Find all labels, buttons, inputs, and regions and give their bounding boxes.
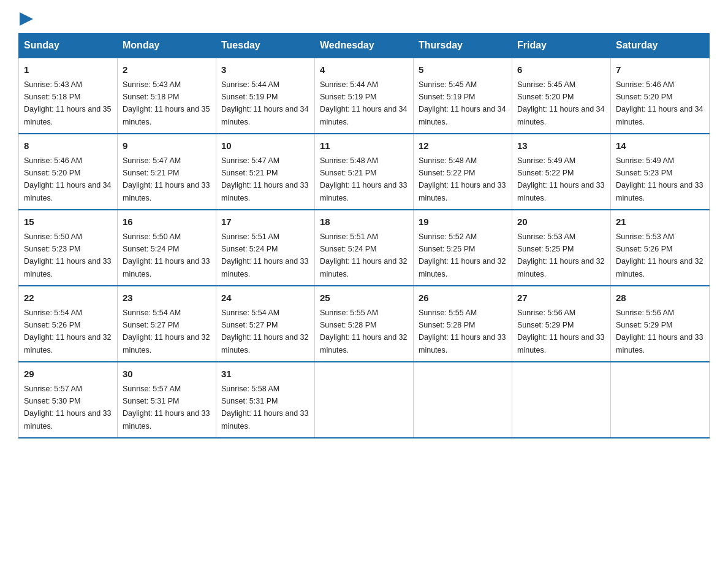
logo-triangle-icon <box>20 12 33 26</box>
calendar-cell: 3 Sunrise: 5:44 AMSunset: 5:19 PMDayligh… <box>216 58 315 134</box>
day-number: 16 <box>123 215 211 229</box>
day-info: Sunrise: 5:50 AMSunset: 5:23 PMDaylight:… <box>24 232 111 278</box>
day-number: 15 <box>24 215 112 229</box>
day-info: Sunrise: 5:56 AMSunset: 5:29 PMDaylight:… <box>517 308 604 354</box>
calendar-cell: 22 Sunrise: 5:54 AMSunset: 5:26 PMDaylig… <box>19 286 118 362</box>
calendar-cell <box>611 362 710 438</box>
day-number: 24 <box>221 291 309 305</box>
calendar-cell: 6 Sunrise: 5:45 AMSunset: 5:20 PMDayligh… <box>512 58 611 134</box>
day-number: 8 <box>24 139 112 153</box>
calendar-cell: 20 Sunrise: 5:53 AMSunset: 5:25 PMDaylig… <box>512 210 611 286</box>
col-header-friday: Friday <box>512 34 611 58</box>
col-header-monday: Monday <box>118 34 216 58</box>
calendar-cell: 17 Sunrise: 5:51 AMSunset: 5:24 PMDaylig… <box>216 210 315 286</box>
day-number: 12 <box>419 139 507 153</box>
day-number: 6 <box>517 63 605 77</box>
calendar-cell: 26 Sunrise: 5:55 AMSunset: 5:28 PMDaylig… <box>414 286 512 362</box>
day-info: Sunrise: 5:57 AMSunset: 5:30 PMDaylight:… <box>24 385 111 431</box>
page-header <box>18 12 710 22</box>
day-number: 1 <box>24 63 112 77</box>
day-number: 29 <box>24 367 112 381</box>
day-info: Sunrise: 5:50 AMSunset: 5:24 PMDaylight:… <box>123 232 210 278</box>
day-number: 30 <box>123 367 211 381</box>
day-number: 18 <box>320 215 408 229</box>
day-number: 28 <box>616 291 704 305</box>
day-info: Sunrise: 5:45 AMSunset: 5:19 PMDaylight:… <box>419 80 506 126</box>
calendar-cell <box>414 362 512 438</box>
calendar-cell: 15 Sunrise: 5:50 AMSunset: 5:23 PMDaylig… <box>19 210 118 286</box>
day-info: Sunrise: 5:57 AMSunset: 5:31 PMDaylight:… <box>123 385 210 431</box>
col-header-tuesday: Tuesday <box>216 34 315 58</box>
day-info: Sunrise: 5:43 AMSunset: 5:18 PMDaylight:… <box>24 80 111 126</box>
calendar-week-row: 15 Sunrise: 5:50 AMSunset: 5:23 PMDaylig… <box>19 210 710 286</box>
day-info: Sunrise: 5:47 AMSunset: 5:21 PMDaylight:… <box>123 156 210 202</box>
day-number: 31 <box>221 367 309 381</box>
day-info: Sunrise: 5:46 AMSunset: 5:20 PMDaylight:… <box>24 156 111 202</box>
calendar-cell: 19 Sunrise: 5:52 AMSunset: 5:25 PMDaylig… <box>414 210 512 286</box>
day-info: Sunrise: 5:49 AMSunset: 5:22 PMDaylight:… <box>517 156 604 202</box>
day-info: Sunrise: 5:46 AMSunset: 5:20 PMDaylight:… <box>616 80 703 126</box>
calendar-cell: 2 Sunrise: 5:43 AMSunset: 5:18 PMDayligh… <box>118 58 216 134</box>
day-info: Sunrise: 5:56 AMSunset: 5:29 PMDaylight:… <box>616 308 703 354</box>
calendar-cell: 7 Sunrise: 5:46 AMSunset: 5:20 PMDayligh… <box>611 58 710 134</box>
svg-marker-0 <box>20 12 33 26</box>
day-info: Sunrise: 5:53 AMSunset: 5:26 PMDaylight:… <box>616 232 703 278</box>
day-info: Sunrise: 5:43 AMSunset: 5:18 PMDaylight:… <box>123 80 210 126</box>
day-info: Sunrise: 5:54 AMSunset: 5:26 PMDaylight:… <box>24 308 111 354</box>
day-info: Sunrise: 5:55 AMSunset: 5:28 PMDaylight:… <box>419 308 506 354</box>
calendar-cell: 28 Sunrise: 5:56 AMSunset: 5:29 PMDaylig… <box>611 286 710 362</box>
day-number: 21 <box>616 215 704 229</box>
calendar-cell: 18 Sunrise: 5:51 AMSunset: 5:24 PMDaylig… <box>315 210 414 286</box>
calendar-cell: 24 Sunrise: 5:54 AMSunset: 5:27 PMDaylig… <box>216 286 315 362</box>
day-number: 14 <box>616 139 704 153</box>
day-number: 19 <box>419 215 507 229</box>
day-number: 25 <box>320 291 408 305</box>
day-info: Sunrise: 5:53 AMSunset: 5:25 PMDaylight:… <box>517 232 604 278</box>
calendar-cell: 5 Sunrise: 5:45 AMSunset: 5:19 PMDayligh… <box>414 58 512 134</box>
day-number: 2 <box>123 63 211 77</box>
calendar-week-row: 1 Sunrise: 5:43 AMSunset: 5:18 PMDayligh… <box>19 58 710 134</box>
day-number: 27 <box>517 291 605 305</box>
day-info: Sunrise: 5:48 AMSunset: 5:21 PMDaylight:… <box>320 156 407 202</box>
calendar-cell: 27 Sunrise: 5:56 AMSunset: 5:29 PMDaylig… <box>512 286 611 362</box>
day-number: 20 <box>517 215 605 229</box>
logo <box>18 12 33 22</box>
calendar-header-row: SundayMondayTuesdayWednesdayThursdayFrid… <box>19 34 710 58</box>
calendar-cell: 30 Sunrise: 5:57 AMSunset: 5:31 PMDaylig… <box>118 362 216 438</box>
calendar-cell <box>315 362 414 438</box>
day-info: Sunrise: 5:47 AMSunset: 5:21 PMDaylight:… <box>221 156 308 202</box>
calendar-cell: 8 Sunrise: 5:46 AMSunset: 5:20 PMDayligh… <box>19 134 118 210</box>
calendar-cell: 23 Sunrise: 5:54 AMSunset: 5:27 PMDaylig… <box>118 286 216 362</box>
day-info: Sunrise: 5:51 AMSunset: 5:24 PMDaylight:… <box>320 232 407 278</box>
calendar-cell: 13 Sunrise: 5:49 AMSunset: 5:22 PMDaylig… <box>512 134 611 210</box>
day-info: Sunrise: 5:44 AMSunset: 5:19 PMDaylight:… <box>320 80 407 126</box>
col-header-sunday: Sunday <box>19 34 118 58</box>
day-number: 11 <box>320 139 408 153</box>
calendar-cell: 14 Sunrise: 5:49 AMSunset: 5:23 PMDaylig… <box>611 134 710 210</box>
calendar-cell: 29 Sunrise: 5:57 AMSunset: 5:30 PMDaylig… <box>19 362 118 438</box>
day-number: 5 <box>419 63 507 77</box>
day-number: 4 <box>320 63 408 77</box>
day-number: 23 <box>123 291 211 305</box>
calendar-cell: 10 Sunrise: 5:47 AMSunset: 5:21 PMDaylig… <box>216 134 315 210</box>
day-number: 17 <box>221 215 309 229</box>
col-header-thursday: Thursday <box>414 34 512 58</box>
calendar-week-row: 8 Sunrise: 5:46 AMSunset: 5:20 PMDayligh… <box>19 134 710 210</box>
day-info: Sunrise: 5:55 AMSunset: 5:28 PMDaylight:… <box>320 308 407 354</box>
day-number: 7 <box>616 63 704 77</box>
day-info: Sunrise: 5:51 AMSunset: 5:24 PMDaylight:… <box>221 232 308 278</box>
calendar-cell: 31 Sunrise: 5:58 AMSunset: 5:31 PMDaylig… <box>216 362 315 438</box>
day-info: Sunrise: 5:58 AMSunset: 5:31 PMDaylight:… <box>221 385 308 431</box>
calendar-cell: 1 Sunrise: 5:43 AMSunset: 5:18 PMDayligh… <box>19 58 118 134</box>
day-number: 9 <box>123 139 211 153</box>
day-info: Sunrise: 5:54 AMSunset: 5:27 PMDaylight:… <box>221 308 308 354</box>
day-info: Sunrise: 5:54 AMSunset: 5:27 PMDaylight:… <box>123 308 210 354</box>
day-number: 13 <box>517 139 605 153</box>
calendar-cell: 11 Sunrise: 5:48 AMSunset: 5:21 PMDaylig… <box>315 134 414 210</box>
day-number: 10 <box>221 139 309 153</box>
calendar-table: SundayMondayTuesdayWednesdayThursdayFrid… <box>18 33 710 439</box>
col-header-saturday: Saturday <box>611 34 710 58</box>
calendar-cell: 16 Sunrise: 5:50 AMSunset: 5:24 PMDaylig… <box>118 210 216 286</box>
calendar-cell: 21 Sunrise: 5:53 AMSunset: 5:26 PMDaylig… <box>611 210 710 286</box>
day-info: Sunrise: 5:44 AMSunset: 5:19 PMDaylight:… <box>221 80 308 126</box>
